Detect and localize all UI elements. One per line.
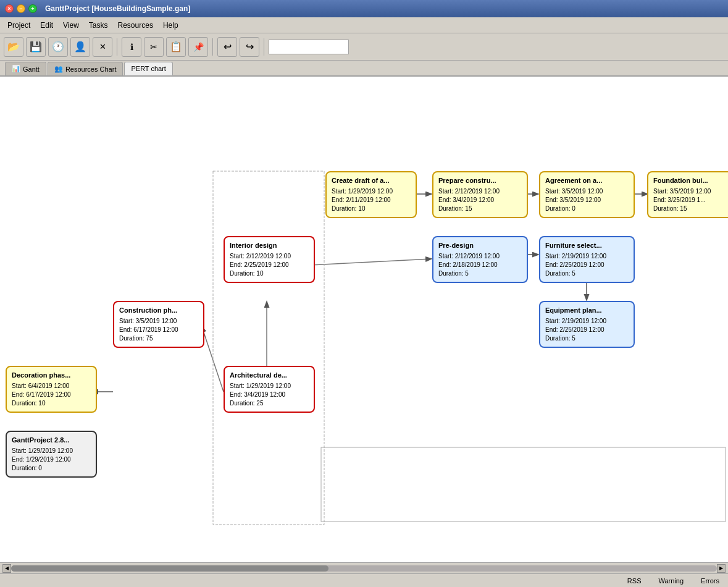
node-create-draft-duration: Duration: 10 <box>332 205 411 213</box>
info-button[interactable]: ℹ <box>122 37 141 57</box>
node-interior-design-end: End: 2/25/2019 12:00 <box>230 261 309 269</box>
node-create-draft-start: Start: 1/29/2019 12:00 <box>332 187 411 196</box>
node-interior-design-start: Start: 2/12/2019 12:00 <box>230 252 309 261</box>
node-decoration-phas[interactable]: Decoration phas... Start: 6/4/2019 12:00… <box>6 366 97 413</box>
node-foundation-bui-title: Foundation bui... <box>653 176 727 185</box>
tab-bar: 📊 Gantt 👥 Resources Chart PERT chart <box>0 61 728 77</box>
menu-help[interactable]: Help <box>158 20 183 31</box>
search-input[interactable] <box>269 40 349 54</box>
node-architectural-de-title: Architectural de... <box>230 371 309 380</box>
tab-resources-chart[interactable]: 👥 Resources Chart <box>48 62 123 75</box>
horizontal-scrollbar: ◀ ▶ <box>0 562 728 573</box>
menu-view[interactable]: View <box>58 20 84 31</box>
node-equipment-plan-start: Start: 2/19/2019 12:00 <box>545 317 629 326</box>
node-prepare-constru-duration: Duration: 15 <box>438 205 522 213</box>
node-equipment-plan[interactable]: Equipment plan... Start: 2/19/2019 12:00… <box>539 301 635 348</box>
node-decoration-phas-duration: Duration: 10 <box>12 399 91 408</box>
menu-edit[interactable]: Edit <box>35 20 58 31</box>
minimize-button[interactable]: − <box>17 4 25 13</box>
node-create-draft-end: End: 2/11/2019 12:00 <box>332 196 411 205</box>
node-prepare-constru[interactable]: Prepare constru... Start: 2/12/2019 12:0… <box>432 171 528 218</box>
resources-icon: 👥 <box>54 65 63 73</box>
cut-button[interactable]: ✂ <box>144 37 164 57</box>
pert-canvas: Create draft of a... Start: 1/29/2019 12… <box>0 77 728 562</box>
open-button[interactable]: 📂 <box>4 37 23 57</box>
node-equipment-plan-end: End: 2/25/2019 12:00 <box>545 326 629 334</box>
toolbar-separator-2 <box>212 38 213 56</box>
node-pre-design[interactable]: Pre-design Start: 2/12/2019 12:00 End: 2… <box>432 236 528 283</box>
menubar: Project Edit View Tasks Resources Help <box>0 17 728 33</box>
menu-project[interactable]: Project <box>2 20 35 31</box>
node-decoration-phas-start: Start: 6/4/2019 12:00 <box>12 382 91 391</box>
node-ganttproject-end: End: 1/29/2019 12:00 <box>12 455 91 464</box>
statusbar: RSS Warning Errors <box>0 573 728 587</box>
toolbar-separator-3 <box>264 38 264 56</box>
scroll-right-button[interactable]: ▶ <box>717 564 726 573</box>
node-pre-design-start: Start: 2/12/2019 12:00 <box>438 252 522 261</box>
svg-rect-10 <box>321 447 726 522</box>
node-foundation-bui-start: Start: 3/5/2019 12:00 <box>653 187 727 196</box>
gantt-icon: 📊 <box>12 65 20 73</box>
menu-tasks[interactable]: Tasks <box>84 20 113 31</box>
scroll-thumb[interactable] <box>11 565 328 572</box>
node-pre-design-duration: Duration: 5 <box>438 269 522 278</box>
node-create-draft[interactable]: Create draft of a... Start: 1/29/2019 12… <box>325 171 417 218</box>
maximize-button[interactable]: + <box>28 4 37 13</box>
tab-pert-chart[interactable]: PERT chart <box>124 62 172 75</box>
menu-resources[interactable]: Resources <box>113 20 158 31</box>
paste-button[interactable]: 📌 <box>188 37 208 57</box>
node-furniture-select[interactable]: Furniture select... Start: 2/19/2019 12:… <box>539 236 635 283</box>
node-construction-ph-title: Construction ph... <box>119 306 198 315</box>
node-architectural-de[interactable]: Architectural de... Start: 1/29/2019 12:… <box>224 366 315 413</box>
node-ganttproject[interactable]: GanttProject 2.8... Start: 1/29/2019 12:… <box>6 431 97 478</box>
node-prepare-constru-title: Prepare constru... <box>438 176 522 185</box>
scroll-left-button[interactable]: ◀ <box>2 564 11 573</box>
node-agreement-on-duration: Duration: 0 <box>545 205 629 213</box>
scroll-track[interactable] <box>11 565 717 572</box>
tab-gantt-label: Gantt <box>23 65 40 73</box>
node-interior-design-duration: Duration: 10 <box>230 269 309 278</box>
toolbar: 📂 💾 🕐 👤 ✕ ℹ ✂ 📋 📌 ↩ ↪ <box>0 33 728 61</box>
node-decoration-phas-end: End: 6/17/2019 12:00 <box>12 391 91 399</box>
node-pre-design-end: End: 2/18/2019 12:00 <box>438 261 522 269</box>
status-rss[interactable]: RSS <box>625 576 644 585</box>
node-ganttproject-start: Start: 1/29/2019 12:00 <box>12 447 91 455</box>
node-agreement-on-start: Start: 3/5/2019 12:00 <box>545 187 629 196</box>
save-button[interactable]: 💾 <box>26 37 46 57</box>
node-interior-design[interactable]: Interior design Start: 2/12/2019 12:00 E… <box>224 236 315 283</box>
status-warning[interactable]: Warning <box>656 576 686 585</box>
tab-pert-label: PERT chart <box>131 65 165 72</box>
node-prepare-constru-end: End: 3/4/2019 12:00 <box>438 196 522 205</box>
node-construction-ph[interactable]: Construction ph... Start: 3/5/2019 12:00… <box>113 301 204 348</box>
node-create-draft-title: Create draft of a... <box>332 176 411 185</box>
node-furniture-select-title: Furniture select... <box>545 241 629 250</box>
redo-button[interactable]: ↪ <box>240 37 259 57</box>
node-architectural-de-duration: Duration: 25 <box>230 399 309 408</box>
node-prepare-constru-start: Start: 2/12/2019 12:00 <box>438 187 522 196</box>
node-agreement-on-end: End: 3/5/2019 12:00 <box>545 196 629 205</box>
undo-button[interactable]: ↩ <box>217 37 237 57</box>
node-equipment-plan-duration: Duration: 5 <box>545 334 629 343</box>
node-construction-ph-duration: Duration: 75 <box>119 334 198 343</box>
node-agreement-on[interactable]: Agreement on a... Start: 3/5/2019 12:00 … <box>539 171 635 218</box>
svg-rect-9 <box>213 171 324 525</box>
copy-button[interactable]: 📋 <box>166 37 186 57</box>
node-foundation-bui[interactable]: Foundation bui... Start: 3/5/2019 12:00 … <box>647 171 728 218</box>
delete-button[interactable]: ✕ <box>93 37 112 57</box>
status-errors[interactable]: Errors <box>698 576 722 585</box>
node-ganttproject-duration: Duration: 0 <box>12 464 91 473</box>
node-ganttproject-title: GanttProject 2.8... <box>12 436 91 445</box>
node-furniture-select-start: Start: 2/19/2019 12:00 <box>545 252 629 261</box>
close-button[interactable]: × <box>5 4 14 13</box>
history-button[interactable]: 🕐 <box>48 37 68 57</box>
window-title: GanttProject [HouseBuildingSample.gan] <box>45 4 190 13</box>
user-button[interactable]: 👤 <box>70 37 90 57</box>
node-pre-design-title: Pre-design <box>438 241 522 250</box>
svg-line-8 <box>202 327 224 392</box>
tab-gantt[interactable]: 📊 Gantt <box>5 62 46 75</box>
node-construction-ph-start: Start: 3/5/2019 12:00 <box>119 317 198 326</box>
node-foundation-bui-duration: Duration: 15 <box>653 205 727 213</box>
titlebar: × − + GanttProject [HouseBuildingSample.… <box>0 0 728 17</box>
node-foundation-bui-end: End: 3/25/2019 1... <box>653 196 727 205</box>
tab-resources-label: Resources Chart <box>65 65 117 73</box>
